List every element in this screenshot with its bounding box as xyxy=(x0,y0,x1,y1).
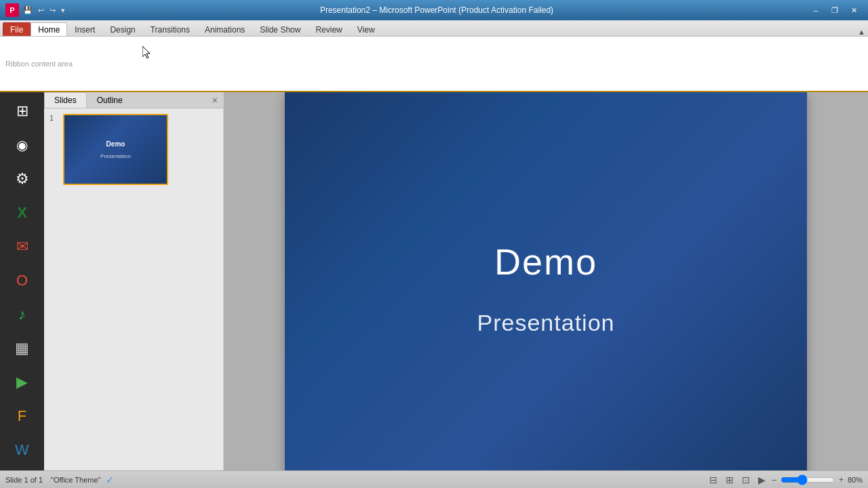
sidebar-item-opera[interactable]: O xyxy=(6,264,39,297)
files-icon: ▦ xyxy=(15,340,29,357)
tab-insert[interactable]: Insert xyxy=(67,22,102,36)
mail-icon: ✉ xyxy=(16,238,28,256)
zoom-level[interactable]: 80% xyxy=(848,476,863,484)
sidebar-item-mail[interactable]: ✉ xyxy=(6,230,39,263)
panel-tab-bar: Slides Outline × xyxy=(44,92,223,108)
excel-icon: X xyxy=(17,204,27,222)
redo-icon[interactable]: ↪ xyxy=(48,5,57,16)
slide-canvas-area[interactable]: Demo Presentation xyxy=(224,92,868,470)
sidebar-item-filezilla[interactable]: F xyxy=(6,400,39,432)
zoom-out-button[interactable]: – xyxy=(772,475,776,485)
tab-review[interactable]: Review xyxy=(308,22,349,36)
sidebar-item-files[interactable]: ▦ xyxy=(6,332,39,365)
sidebar-item-chrome[interactable]: ◉ xyxy=(6,129,39,161)
slides-list: 1 Demo Presentation xyxy=(44,108,223,470)
sidebar-item-steam[interactable]: ⚙ xyxy=(6,163,39,195)
zoom-slider[interactable] xyxy=(781,475,835,485)
undo-icon[interactable]: ↩ xyxy=(37,5,45,16)
ppt-app-icon: P xyxy=(5,3,19,17)
tab-animations[interactable]: Animations xyxy=(197,22,252,36)
slideshow-view-button[interactable]: ▶ xyxy=(756,473,768,487)
tab-design[interactable]: Design xyxy=(102,22,142,36)
window-title: Presentation2 – Microsoft PowerPoint (Pr… xyxy=(66,5,807,15)
thumb-subtitle-text: Presentation xyxy=(100,153,131,159)
panel-tab-slides[interactable]: Slides xyxy=(44,92,87,108)
spell-check-icon[interactable]: ✓ xyxy=(106,474,114,485)
zoom-in-button[interactable]: + xyxy=(839,475,844,485)
tab-view[interactable]: View xyxy=(350,22,382,36)
titlebar: P 💾 ↩ ↪ ▾ Presentation2 – Microsoft Powe… xyxy=(0,0,868,20)
opera-icon: O xyxy=(16,272,28,289)
slide-canvas[interactable]: Demo Presentation xyxy=(285,92,807,470)
ribbon-minimize-icon[interactable]: ▲ xyxy=(858,28,868,36)
sidebar-item-excel[interactable]: X xyxy=(6,197,39,229)
wmc-icon: ▶ xyxy=(16,373,28,391)
normal-view-button[interactable]: ⊟ xyxy=(707,473,719,487)
sidebar-item-wmc[interactable]: ▶ xyxy=(6,366,39,399)
windows-icon: ⊞ xyxy=(16,102,28,120)
tab-transitions[interactable]: Transitions xyxy=(143,22,197,36)
slide-panel: Slides Outline × 1 Demo Presentation xyxy=(44,92,224,470)
thumb-title-text: Demo xyxy=(106,140,125,148)
slide-number-label: 1 xyxy=(50,114,59,122)
close-button[interactable]: ✕ xyxy=(845,4,863,16)
ribbon-tabs: File Home Insert Design Transitions Anim… xyxy=(0,20,868,37)
content-area: Demo Presentation Click to add notes xyxy=(224,92,868,470)
tab-home[interactable]: Home xyxy=(31,22,67,36)
slide-sorter-button[interactable]: ⊞ xyxy=(724,473,736,487)
spotify-icon: ♪ xyxy=(18,306,26,323)
slide-thumbnail-item[interactable]: 1 Demo Presentation xyxy=(50,114,218,185)
filezilla-icon: F xyxy=(18,407,26,425)
ribbon-placeholder: Ribbon content area xyxy=(5,60,73,68)
statusbar: Slide 1 of 1 "Office Theme" ✓ ⊟ ⊞ ⊡ ▶ – … xyxy=(0,470,868,488)
tab-slideshow[interactable]: Slide Show xyxy=(252,22,308,36)
ribbon-content: Ribbon content area xyxy=(0,37,868,92)
reading-view-button[interactable]: ⊡ xyxy=(740,473,752,487)
chrome-icon: ◉ xyxy=(16,137,28,153)
customize-icon[interactable]: ▾ xyxy=(60,5,66,16)
steam-icon: ⚙ xyxy=(16,170,29,188)
theme-name: "Office Theme" xyxy=(51,476,100,484)
slide-main-title[interactable]: Demo xyxy=(494,241,597,283)
minimize-button[interactable]: – xyxy=(807,4,825,16)
app-sidebar: ⊞ ◉ ⚙ X ✉ O ♪ ▦ ▶ F W S xyxy=(0,92,44,470)
panel-tab-outline[interactable]: Outline xyxy=(87,92,133,108)
quick-save-icon[interactable]: 💾 xyxy=(22,5,34,16)
slide-subtitle[interactable]: Presentation xyxy=(477,310,615,336)
tab-file[interactable]: File xyxy=(3,22,31,36)
main-area: ⊞ ◉ ⚙ X ✉ O ♪ ▦ ▶ F W S xyxy=(0,92,868,470)
sidebar-item-word[interactable]: W xyxy=(6,434,39,466)
panel-close-button[interactable]: × xyxy=(210,94,220,107)
sidebar-item-windows[interactable]: ⊞ xyxy=(6,95,39,127)
slide-thumbnail[interactable]: Demo Presentation xyxy=(63,114,168,185)
slide-position-info: Slide 1 of 1 xyxy=(5,476,43,484)
maximize-button[interactable]: ❐ xyxy=(826,4,844,16)
sidebar-item-spotify[interactable]: ♪ xyxy=(6,298,39,331)
view-controls: ⊟ ⊞ ⊡ ▶ – + 80% xyxy=(707,473,863,487)
word-icon: W xyxy=(15,441,29,459)
